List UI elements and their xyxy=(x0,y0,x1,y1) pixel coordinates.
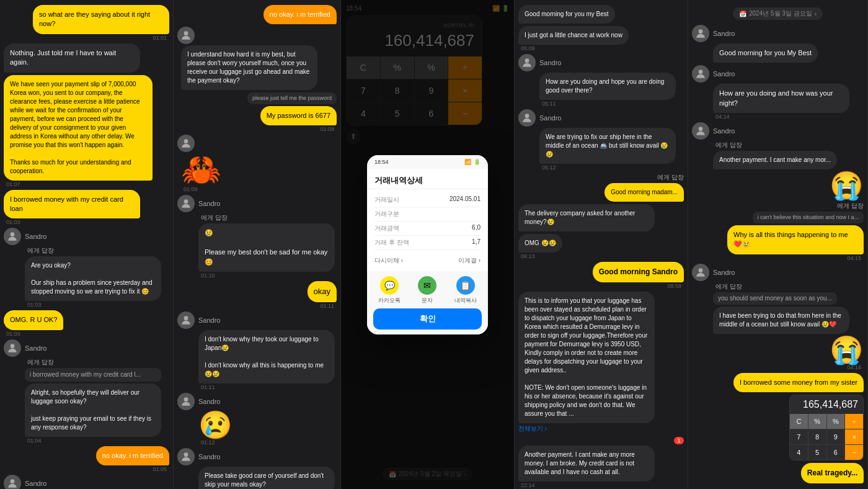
date-badge: 📅 2024년 5월 3일 금요일 › xyxy=(733,7,823,20)
message-bubble: We have seen your payment slip of 7,000,… xyxy=(4,75,153,181)
message-bubble: Another payment. I cant make any more mo… xyxy=(518,446,655,482)
svg-point-0 xyxy=(11,233,15,237)
message-bubble: i borrowed money with my credit card l..… xyxy=(25,368,161,382)
calculator-mini[interactable]: 165,414,687 C % % ÷ 7 8 9 × 4 5 6 − xyxy=(789,395,864,460)
sender-name: Sandro xyxy=(25,233,46,240)
modal-row: 거래금액 6,0 xyxy=(374,222,480,236)
avatar xyxy=(692,122,709,140)
mini-btn-sub[interactable]: − xyxy=(845,445,863,460)
message-bubble: so what are they saying about it right n… xyxy=(33,5,169,34)
avatar xyxy=(177,393,195,410)
svg-point-12 xyxy=(699,29,703,34)
msg-row: Another payment. I cant make any more mo… xyxy=(518,446,684,488)
mini-btn-7[interactable]: 7 xyxy=(790,429,808,444)
badge: 1 xyxy=(674,437,684,444)
confirm-button[interactable]: 확인 xyxy=(373,308,482,330)
timestamp: 01:12 xyxy=(198,439,232,446)
msg-row: Sandro Please take good care of yourself… xyxy=(177,448,337,489)
timestamp: 01:07 xyxy=(4,181,23,187)
chat-panel-2: no okay. i m terrified I understand how … xyxy=(174,0,341,489)
reply-label: 에게 답장 xyxy=(713,141,837,150)
timestamp: 04:15 xyxy=(844,255,864,261)
modal-nav: 다시이체 › 이계결 › xyxy=(374,254,480,267)
timestamp: 01:11 xyxy=(317,303,337,309)
mini-btn-9[interactable]: 9 xyxy=(827,429,845,444)
kakao-icon: 💬 xyxy=(380,276,399,295)
msg-row: Good morning for you my Best xyxy=(518,5,684,24)
mini-btn-6[interactable]: 6 xyxy=(827,445,845,460)
modal-row: 거래구분 xyxy=(374,207,480,222)
msg-row: Sandro We are trying to fix our ship her… xyxy=(518,109,684,171)
avatar xyxy=(177,27,195,44)
mini-btn-8[interactable]: 8 xyxy=(808,429,826,444)
message-bubble: We are trying to fix our ship here in th… xyxy=(539,128,676,164)
message-bubble: okay xyxy=(308,281,337,302)
msg-row: Sandro 에게 답장 Another payment. I cant mak… xyxy=(692,122,864,169)
sender-name: Sandro xyxy=(539,59,561,66)
msg-row: I borrowed money with my credit card loa… xyxy=(4,190,169,226)
chevron-right-icon: › xyxy=(815,11,817,17)
msg-row: Sandro How are you doing and hope you ar… xyxy=(518,54,684,107)
kakao-label: 카카오톡 xyxy=(378,297,401,305)
timestamp: 04:14 xyxy=(713,114,849,120)
sender-name: Sandro xyxy=(25,344,46,352)
sender-name: Sandro xyxy=(198,200,220,207)
msg-row: 🦀 01:09 xyxy=(177,135,337,192)
svg-point-1 xyxy=(11,344,15,348)
message-bubble: How are you doing and hope you are doing… xyxy=(539,73,676,100)
kakao-action[interactable]: 💬 카카오톡 xyxy=(378,276,401,305)
sms-action[interactable]: ✉ 문자 xyxy=(418,276,436,305)
next-label[interactable]: 이계결 › xyxy=(458,256,480,265)
prev-label[interactable]: 다시이체 › xyxy=(374,256,403,265)
mini-btn-5[interactable]: 5 xyxy=(808,445,826,460)
notification-badge-1: 1 xyxy=(518,437,684,444)
msg-row: okay 01:11 xyxy=(177,281,337,309)
svg-point-8 xyxy=(184,452,188,457)
msg-row: Nothing. Just told me I have to wait aga… xyxy=(4,43,169,73)
msg-row: We have seen your payment slip of 7,000,… xyxy=(4,75,169,187)
msg-row: so what are they saying about it right n… xyxy=(4,5,169,41)
mini-btn-c[interactable]: C xyxy=(790,414,808,429)
modal-actions: 💬 카카오톡 ✉ 문자 📋 내역복사 확인 xyxy=(367,271,488,334)
timestamp: 01:11 xyxy=(198,384,335,390)
mini-btn-pct1[interactable]: % xyxy=(808,414,826,429)
message-bubble: OMG. R U OK? xyxy=(4,310,63,330)
msg-row: 😭 04:16 xyxy=(692,336,864,370)
battery-icon: 🔋 xyxy=(474,159,480,165)
msg-row: Sandro 😢 01:12 xyxy=(177,393,337,446)
msg-row: 165,414,687 C % % ÷ 7 8 9 × 4 5 6 − xyxy=(692,395,864,460)
copy-icon: 📋 xyxy=(456,276,475,295)
svg-point-2 xyxy=(11,479,15,483)
row-label: 거래 후 잔액 xyxy=(374,238,409,247)
msg-row: no okay. i m terrified xyxy=(177,5,337,24)
timestamp: 01:08 xyxy=(317,126,337,132)
date-text: 2024년 5월 3일 금요일 xyxy=(749,9,812,18)
msg-row: The delivery company asked for another m… xyxy=(518,204,684,231)
mini-btn-div[interactable]: ÷ xyxy=(845,414,863,429)
mini-btn-4[interactable]: 4 xyxy=(790,445,808,460)
copy-action[interactable]: 📋 내역복사 xyxy=(454,276,477,305)
mini-btn-mul[interactable]: × xyxy=(845,429,863,444)
mini-btn-pct2[interactable]: % xyxy=(827,414,845,429)
message-bubble: I borrowed some money from my sister xyxy=(733,373,864,392)
message-bubble: Good morning madam... xyxy=(604,183,684,202)
message-bubble: The delivery company asked for another m… xyxy=(518,204,655,231)
phone-status-bar: 18:54 📶 🔋 xyxy=(367,155,488,169)
svg-point-3 xyxy=(184,32,188,36)
phone-modal[interactable]: 18:54 📶 🔋 거래내역상세 거래일시 2024.05.01 거래구분 xyxy=(367,155,488,334)
sender-name: Sandro xyxy=(198,316,220,324)
message-bubble: Good morning Sandro xyxy=(593,262,684,282)
read-more-link[interactable]: 전체보기 › xyxy=(518,424,547,433)
timestamp: 01:05 xyxy=(150,466,169,472)
action-buttons: 💬 카카오톡 ✉ 문자 📋 내역복사 xyxy=(370,276,485,305)
timestamp: 01:01 xyxy=(150,35,169,41)
row-label: 거래금액 xyxy=(374,224,399,233)
message-bubble: Why is all this things happening to me ❤… xyxy=(727,225,864,254)
svg-point-11 xyxy=(525,114,529,118)
message-bubble: no okay. i m terrified xyxy=(264,5,337,24)
sender-name: Sandro xyxy=(198,453,220,460)
reply-context: please just tell me the password xyxy=(247,92,337,104)
message-bubble: I borrowed money with my credit card loa… xyxy=(4,190,140,219)
svg-point-6 xyxy=(184,316,188,320)
modal-title: 거래내역상세 xyxy=(367,169,488,189)
